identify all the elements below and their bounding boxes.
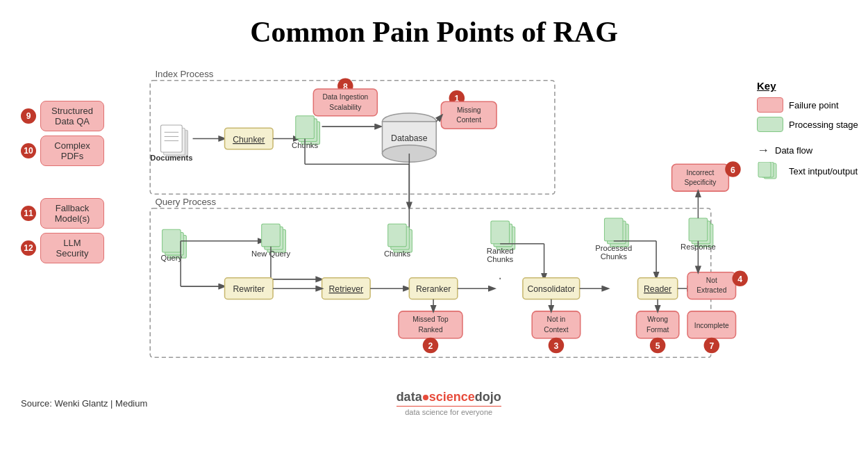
badge-12: 12 [21, 240, 36, 256]
svg-text:Reranker: Reranker [416, 284, 451, 294]
svg-text:Ranked: Ranked [418, 326, 443, 334]
key-processing-label: Processing stage [789, 120, 858, 130]
svg-text:Ranked: Ranked [487, 247, 514, 255]
logo-area: datasciencedojo data science for everyon… [397, 390, 501, 416]
svg-text:2: 2 [428, 341, 433, 351]
sidebar-item-11: 11 Fallback Model(s) [21, 198, 104, 229]
svg-text:Incomplete: Incomplete [694, 322, 729, 329]
logo-text: datasciencedojo [397, 390, 501, 404]
svg-rect-106 [689, 218, 708, 241]
badge-9: 9 [21, 108, 36, 124]
svg-text:Context: Context [544, 326, 568, 334]
svg-text:Format: Format [646, 326, 669, 334]
svg-text:Reader: Reader [644, 284, 671, 294]
svg-text:Index Process: Index Process [155, 69, 213, 79]
logo-subtitle: data science for everyone [397, 406, 501, 416]
key-arrow-icon: → [757, 143, 769, 158]
svg-text:Data Ingestion: Data Ingestion [322, 93, 368, 101]
svg-text:Chunks: Chunks [487, 255, 513, 263]
svg-rect-49 [262, 224, 281, 247]
sidebar-item-10: 10 Complex PDFs [21, 136, 104, 166]
key-title: Key [757, 80, 868, 92]
left-sidebar: 9 Structured Data QA 10 Complex PDFs 11 … [21, 59, 104, 382]
svg-text:Query Process: Query Process [155, 197, 216, 207]
svg-text:Incorrect: Incorrect [687, 169, 715, 177]
structured-data-qa-label: Structured Data QA [40, 101, 104, 131]
svg-rect-42 [162, 229, 181, 252]
svg-text:Missed Top: Missed Top [412, 316, 449, 323]
svg-rect-127 [758, 162, 771, 177]
svg-text:Rewriter: Rewriter [233, 284, 265, 294]
svg-text:Scalability: Scalability [329, 104, 362, 111]
svg-text:Chunks: Chunks [384, 249, 410, 258]
key-row-text: Text intput/output [757, 162, 868, 180]
diagram-svg: Index Process Query Process 8 Data Inges… [111, 59, 750, 379]
svg-text:Not in: Not in [547, 316, 566, 323]
svg-text:4: 4 [737, 275, 742, 284]
fallback-models-label: Fallback Model(s) [40, 198, 104, 229]
logo-dojo: dojo [475, 390, 501, 404]
logo-data: data [397, 390, 422, 404]
badge-10: 10 [21, 143, 36, 158]
svg-text:6: 6 [731, 165, 735, 175]
svg-text:Documents: Documents [150, 154, 192, 162]
svg-text:Query: Query [161, 254, 183, 262]
svg-text:Content: Content [456, 116, 481, 124]
logo-dot [423, 395, 428, 400]
key-text-icon [757, 162, 783, 180]
key-processing-icon [757, 117, 783, 132]
footer: Source: Wenki Glantz | Medium datascienc… [0, 384, 868, 416]
svg-text:Specificity: Specificity [684, 179, 717, 186]
badge-11: 11 [21, 206, 36, 221]
svg-text:Processed: Processed [595, 244, 632, 252]
key-row-processing: Processing stage [757, 117, 868, 132]
sidebar-item-9: 9 Structured Data QA [21, 101, 104, 131]
svg-text:7: 7 [709, 341, 714, 351]
svg-text:Chunker: Chunker [233, 135, 265, 145]
key-text-label: Text intput/output [789, 166, 858, 177]
svg-text:Missing: Missing [457, 106, 481, 114]
svg-text:Consolidator: Consolidator [527, 284, 575, 294]
sidebar-item-12: 12 LLM Security [21, 233, 104, 263]
svg-rect-60 [388, 224, 407, 247]
svg-text:Chunks: Chunks [601, 252, 627, 261]
key-row-failure: Failure point [757, 97, 868, 113]
key-row-dataflow: → Data flow [757, 143, 868, 158]
source-text: Source: Wenki Glantz | Medium [21, 398, 147, 409]
svg-text:Retriever: Retriever [329, 284, 364, 294]
key-area: Key Failure point Processing stage → Dat… [757, 59, 868, 382]
svg-rect-73 [491, 221, 510, 244]
svg-rect-23 [296, 116, 315, 139]
svg-text:Database: Database [391, 133, 428, 143]
svg-text:Wrong: Wrong [647, 316, 668, 323]
key-failure-label: Failure point [789, 100, 839, 110]
complex-pdfs-label: Complex PDFs [40, 136, 104, 166]
svg-text:5: 5 [656, 341, 660, 351]
key-failure-icon [757, 97, 783, 113]
key-dataflow-label: Data flow [775, 145, 812, 156]
svg-text:Extracted: Extracted [696, 286, 726, 294]
svg-rect-12 [161, 125, 183, 152]
svg-rect-90 [604, 218, 623, 241]
page-title: Common Pain Points of RAG [0, 0, 868, 56]
logo-science: science [429, 390, 475, 404]
diagram-container: Index Process Query Process 8 Data Inges… [111, 59, 750, 382]
svg-text:Not: Not [706, 277, 717, 284]
llm-security-label: LLM Security [40, 233, 104, 263]
svg-text:3: 3 [554, 341, 559, 351]
